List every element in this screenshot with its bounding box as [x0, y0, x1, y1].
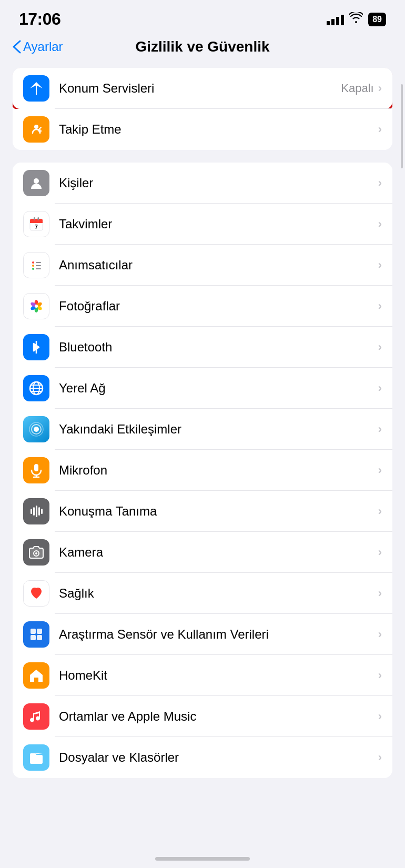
svg-point-2: [34, 178, 39, 184]
animsaticilar-icon: [23, 252, 49, 278]
svg-point-22: [35, 305, 38, 308]
svg-point-10: [32, 261, 34, 264]
svg-rect-5: [30, 222, 43, 223]
chevron-icon: ›: [378, 587, 382, 600]
fotograflar-label: Fotoğraflar: [59, 299, 378, 314]
yakindaki-icon: [23, 416, 49, 442]
svg-rect-43: [31, 635, 36, 640]
svg-rect-37: [38, 507, 40, 516]
list-item-arastirma[interactable]: Araştırma Sensör ve Kullanım Verileri ›: [13, 614, 392, 655]
svg-rect-8: [38, 217, 39, 220]
kamera-label: Kamera: [59, 545, 378, 560]
scrollbar-thumb[interactable]: [401, 84, 403, 168]
dosyalar-icon: [23, 744, 49, 771]
kamera-icon: [23, 539, 49, 566]
svg-rect-14: [36, 265, 41, 266]
arastirma-label: Araştırma Sensör ve Kullanım Verileri: [59, 627, 378, 642]
kisiler-label: Kişiler: [59, 176, 378, 190]
takvimler-icon: 7: [23, 211, 49, 237]
saglik-icon: [23, 580, 49, 607]
svg-rect-31: [34, 464, 38, 471]
konusma-tanima-icon: [23, 498, 49, 524]
status-time: 17:06: [19, 9, 60, 29]
takip-etme-label: Takip Etme: [59, 122, 378, 137]
konum-servisleri-label: Konum Servisleri: [59, 81, 341, 96]
konum-servisleri-value: Kapalı: [341, 82, 373, 95]
svg-rect-41: [31, 629, 36, 634]
list-item-mikrofon[interactable]: Mikrofon ›: [13, 450, 392, 491]
svg-point-28: [34, 427, 39, 432]
svg-rect-44: [37, 635, 42, 640]
svg-rect-47: [30, 753, 36, 756]
list-item-takvimler[interactable]: 7 Takvimler ›: [13, 204, 392, 245]
svg-rect-38: [41, 509, 43, 514]
nav-header: Ayarlar Gizlilik ve Güvenlik: [0, 34, 405, 64]
chevron-icon: ›: [378, 422, 382, 436]
homekit-icon: [23, 662, 49, 689]
status-icons: 89: [327, 12, 386, 27]
svg-rect-15: [36, 268, 41, 269]
list-item-takip-etme[interactable]: Takip Etme ›: [13, 109, 392, 150]
konum-servisleri-icon: [23, 75, 49, 102]
chevron-icon: ›: [378, 751, 382, 764]
scrollbar-track: [401, 63, 403, 847]
chevron-icon: ›: [378, 340, 382, 354]
arastirma-icon: [23, 621, 49, 648]
home-indicator: [155, 857, 250, 861]
list-item-music[interactable]: Ortamlar ve Apple Music ›: [13, 696, 392, 737]
list-item-konusma-tanima[interactable]: Konuşma Tanıma ›: [13, 491, 392, 532]
mikrofon-icon: [23, 457, 49, 483]
saglik-label: Sağlık: [59, 586, 378, 601]
list-item-yakindaki[interactable]: Yakındaki Etkileşimler ›: [13, 409, 392, 450]
list-item-bluetooth[interactable]: Bluetooth ›: [13, 327, 392, 368]
svg-rect-34: [31, 509, 32, 514]
yerel-ag-label: Yerel Ağ: [59, 381, 378, 396]
list-item-homekit[interactable]: HomeKit ›: [13, 655, 392, 696]
svg-point-0: [34, 125, 38, 129]
list-item-animsaticilar[interactable]: Anımsatıcılar ›: [13, 245, 392, 286]
mikrofon-label: Mikrofon: [59, 463, 378, 478]
fotograflar-icon: [23, 293, 49, 319]
list-item-saglik[interactable]: Sağlık ›: [13, 573, 392, 614]
svg-rect-7: [34, 217, 35, 220]
chevron-icon: ›: [378, 463, 382, 477]
list-item-dosyalar[interactable]: Dosyalar ve Klasörler ›: [13, 737, 392, 778]
back-label: Ayarlar: [23, 39, 63, 54]
chevron-icon: ›: [378, 258, 382, 272]
yerel-ag-icon: [23, 375, 49, 401]
list-item-kisiler[interactable]: Kişiler ›: [13, 163, 392, 204]
content-area: Konum Servisleri Kapalı › Takip Etme ›: [0, 64, 405, 868]
chevron-icon: ›: [378, 299, 382, 313]
back-button[interactable]: Ayarlar: [13, 39, 63, 54]
kisiler-icon: [23, 170, 49, 196]
takip-etme-icon: [23, 116, 49, 143]
chevron-icon: ›: [378, 217, 382, 231]
section-permissions: Kişiler › 7 Takvimler ›: [13, 163, 392, 778]
chevron-icon: ›: [378, 123, 382, 136]
svg-point-11: [32, 265, 34, 267]
list-item-konum-servisleri[interactable]: Konum Servisleri Kapalı ›: [13, 68, 392, 109]
battery-icon: 89: [368, 13, 386, 26]
chevron-icon: ›: [378, 669, 382, 682]
chevron-icon: ›: [378, 710, 382, 723]
music-label: Ortamlar ve Apple Music: [59, 709, 378, 724]
list-item-fotograflar[interactable]: Fotoğraflar ›: [13, 286, 392, 327]
wifi-icon: [349, 12, 363, 27]
chevron-icon: ›: [378, 504, 382, 518]
svg-rect-36: [36, 506, 37, 517]
svg-rect-13: [36, 262, 41, 263]
section-location: Konum Servisleri Kapalı › Takip Etme ›: [13, 68, 392, 150]
chevron-icon: ›: [378, 176, 382, 190]
chevron-icon: ›: [378, 546, 382, 559]
takvimler-label: Takvimler: [59, 217, 378, 231]
status-bar: 17:06 89: [0, 0, 405, 34]
list-item-kamera[interactable]: Kamera ›: [13, 532, 392, 573]
bluetooth-icon: [23, 334, 49, 360]
music-icon: [23, 703, 49, 730]
svg-point-40: [35, 552, 37, 554]
chevron-icon: ›: [378, 628, 382, 641]
homekit-label: HomeKit: [59, 668, 378, 683]
bluetooth-label: Bluetooth: [59, 340, 378, 355]
svg-text:7: 7: [35, 224, 38, 230]
list-item-yerel-ag[interactable]: Yerel Ağ ›: [13, 368, 392, 409]
